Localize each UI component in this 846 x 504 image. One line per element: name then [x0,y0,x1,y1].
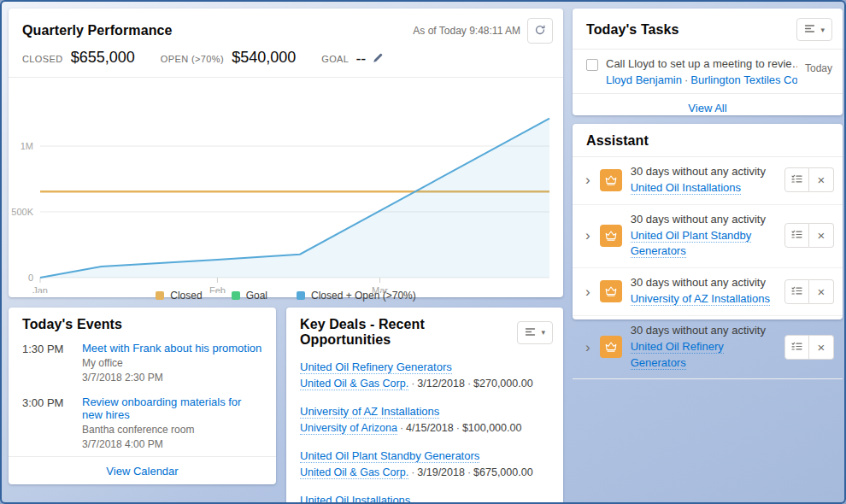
legend-swatch [156,291,164,300]
create-task-button[interactable] [784,223,809,248]
opportunity-crown-icon [600,280,622,302]
create-task-button[interactable] [784,167,809,192]
event-datetime: 3/7/2018 4:00 PM [82,438,262,450]
deal-meta: University of Arizona·4/15/2018·$100,000… [300,422,549,434]
view-calendar-link[interactable]: View Calendar [106,465,178,478]
legend-swatch [297,291,305,300]
deal-item: United Oil Installations United Oil & Ga… [286,488,563,504]
account-link[interactable]: University of Arizona [300,422,397,435]
close-icon: × [818,340,825,355]
assistant-actions: × [784,279,834,304]
create-task-button[interactable] [784,279,809,304]
task-due-date: Today [805,57,832,86]
dismiss-button[interactable]: × [809,279,834,304]
assistant-row: › 30 days without any activity United Oi… [573,316,843,380]
svg-text:500K: 500K [11,207,33,217]
event-row: 1:30 PM Meet with Frank about his promot… [9,336,276,390]
close-icon: × [818,173,825,187]
chevron-down-icon: ▾ [820,26,825,34]
edit-goal-button[interactable] [373,52,384,66]
assistant-record-link[interactable]: United Oil Installations [631,181,741,195]
task-subject[interactable]: Call Lloyd to set up a meeting to revie… [606,57,797,70]
account-link[interactable]: United Oil & Gas Corp. [300,466,408,479]
task-list-icon [791,173,802,186]
legend-item: Closed [156,290,202,302]
opportunity-link[interactable]: University of AZ Installations [300,405,439,419]
todays-tasks-card: Today's Tasks ▾ Call Lloyd to set up a m… [573,9,843,115]
stat-goal: GOAL -- [321,50,384,68]
opportunity-crown-icon [600,169,622,191]
legend-label: Goal [246,290,267,302]
assistant-row: › 30 days without any activity Universit… [573,268,843,316]
event-datetime: 3/7/2018 2:30 PM [82,372,261,384]
dashboard-window: Quarterly Performance As of Today 9:48:1… [0,0,846,504]
tasks-list: Call Lloyd to set up a meeting to revie…… [573,50,843,93]
performance-stats: CLOSED $655,000 OPEN (>70%) $540,000 GOA… [9,45,563,78]
account-link[interactable]: United Oil & Gas Corp. [300,378,408,390]
chevron-right-icon[interactable]: › [585,340,591,355]
view-all-link[interactable]: View All [688,102,726,114]
deal-item: United Oil Plant Standby Generators Unit… [286,443,563,488]
event-row: 3:00 PM Review onboarding materials for … [9,390,276,456]
deal-meta: United Oil & Gas Corp.·3/19/2018·$675,00… [300,466,549,478]
svg-text:Jan: Jan [32,285,48,293]
dismiss-button[interactable]: × [809,335,834,360]
deals-list: United Oil Refinery Generators United Oi… [286,355,563,504]
chevron-right-icon[interactable]: › [585,228,591,243]
related-account-link[interactable]: Burlington Textiles Corp of Ameri [690,73,797,86]
assistant-card: Assistant › 30 days without any activity… [573,124,843,319]
contact-link[interactable]: Lloyd Benjamin [606,73,682,86]
assistant-record-link[interactable]: United Oil Refinery Generators [631,340,724,370]
opportunity-link[interactable]: United Oil Plant Standby Generators [300,449,479,463]
assistant-actions: × [784,223,834,248]
event-subject-link[interactable]: Review onboarding materials for new hire… [82,396,262,421]
create-task-button[interactable] [784,335,809,360]
dismiss-button[interactable]: × [809,223,834,248]
assistant-actions: × [784,335,834,360]
close-icon: × [818,284,825,299]
event-subject-link[interactable]: Meet with Frank about his promotion [82,342,261,355]
task-list-icon [791,285,802,298]
deal-date: 3/12/2018 [417,378,465,390]
task-checkbox[interactable] [586,59,598,71]
refresh-button[interactable] [527,18,553,44]
opportunity-link[interactable]: United Oil Installations [300,494,410,504]
svg-text:0: 0 [28,273,33,283]
deal-item: United Oil Refinery Generators United Oi… [286,355,563,399]
event-location: My office [82,357,261,369]
as-of-timestamp: As of Today 9:48:11 AM [413,25,520,37]
close-icon: × [818,228,825,243]
assistant-message: 30 days without any activity [631,164,776,180]
legend-label: Closed [170,290,202,302]
key-deals-card: Key Deals - Recent Opportunities ▾ Unite… [286,308,563,504]
performance-header: Quarterly Performance As of Today 9:48:1… [9,9,563,45]
events-footer: View Calendar [9,456,276,486]
event-time: 3:00 PM [22,396,70,450]
assistant-message: 30 days without any activity [631,323,776,339]
opportunity-crown-icon [600,336,622,358]
sort-icon [525,326,536,339]
tasks-title: Today's Tasks [586,22,679,38]
assistant-record-link[interactable]: United Oil Plant Standby Generators [631,229,752,259]
refresh-icon [534,24,546,38]
chevron-right-icon[interactable]: › [585,173,591,187]
assistant-row: › 30 days without any activity United Oi… [573,157,843,205]
legend-item: Closed + Open (>70%) [297,290,416,302]
assistant-record-link[interactable]: University of AZ Installations [631,292,770,306]
events-list: 1:30 PM Meet with Frank about his promot… [9,336,276,456]
assistant-actions: × [784,167,834,192]
deal-item: University of AZ Installations Universit… [286,399,563,443]
task-list-icon [791,341,802,354]
tasks-sort-button[interactable]: ▾ [796,18,832,41]
assistant-message: 30 days without any activity [631,275,776,291]
svg-text:Feb: Feb [209,285,226,293]
event-location: Bantha conference room [82,424,262,436]
opportunity-link[interactable]: United Oil Refinery Generators [300,360,452,374]
stat-closed: CLOSED $655,000 [22,49,135,67]
legend-swatch [232,291,240,300]
todays-events-card: Today's Events 1:30 PM Meet with Frank a… [9,308,276,484]
dismiss-button[interactable]: × [809,167,834,192]
chevron-right-icon[interactable]: › [585,284,591,299]
tasks-footer: View All [573,93,843,123]
deals-sort-button[interactable]: ▾ [517,321,553,344]
